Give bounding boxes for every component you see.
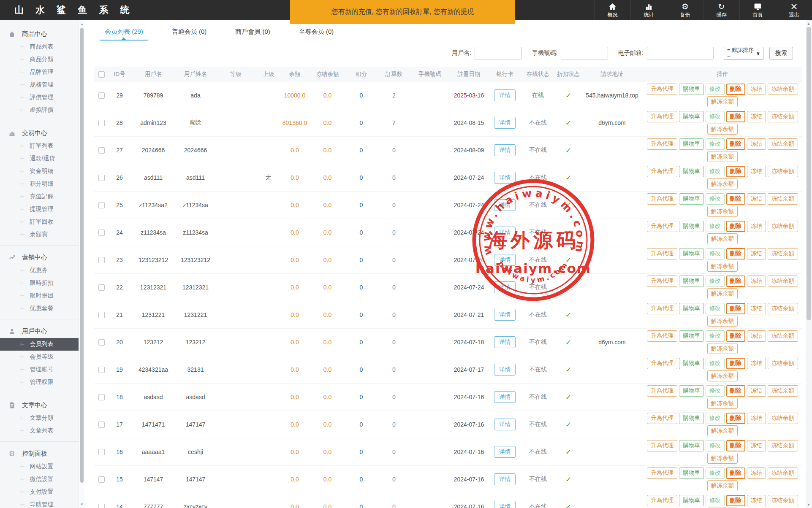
- unfreeze-balance-button[interactable]: 解冻余額: [707, 316, 738, 327]
- cart-button[interactable]: 購物車: [679, 221, 704, 232]
- freeze-button[interactable]: 冻结: [747, 138, 766, 150]
- cart-button[interactable]: 購物車: [679, 193, 704, 205]
- unfreeze-balance-button[interactable]: 解冻余額: [707, 370, 738, 382]
- delete-button[interactable]: 刪除: [726, 440, 745, 451]
- sidebar-item[interactable]: ⊢評價管理: [0, 91, 79, 104]
- delete-button[interactable]: 刪除: [726, 248, 745, 259]
- row-checkbox[interactable]: [98, 175, 105, 181]
- unfreeze-balance-button[interactable]: 解冻余額: [707, 288, 738, 300]
- sidebar-item[interactable]: ⊢优惠券: [0, 264, 79, 277]
- bank-detail-button[interactable]: 详情: [494, 501, 516, 508]
- sidebar-item[interactable]: ⊢会员列表: [0, 338, 79, 351]
- sidebar-item[interactable]: ⊢限时拼团: [0, 289, 79, 302]
- cart-button[interactable]: 購物車: [679, 330, 704, 342]
- bank-detail-button[interactable]: 详情: [494, 172, 516, 184]
- freeze-balance-button[interactable]: 冻结余額: [768, 385, 798, 397]
- bank-detail-button[interactable]: 详情: [494, 199, 516, 211]
- sidebar-item[interactable]: ⊢文章分類: [0, 412, 79, 424]
- sidebar-item[interactable]: ⊢网站設置: [0, 460, 79, 473]
- row-checkbox[interactable]: [98, 422, 105, 428]
- freeze-button[interactable]: 冻结: [747, 440, 766, 451]
- unfreeze-balance-button[interactable]: 解冻余額: [707, 480, 738, 492]
- scroll-up-icon[interactable]: ▲: [806, 21, 812, 27]
- delete-button[interactable]: 刪除: [726, 413, 745, 424]
- edit-button[interactable]: 修改: [706, 248, 725, 259]
- row-checkbox[interactable]: [98, 202, 105, 208]
- topnav-stats[interactable]: 统计: [630, 0, 667, 20]
- bank-detail-button[interactable]: 详情: [494, 473, 516, 486]
- freeze-balance-button[interactable]: 冻结余額: [768, 467, 798, 479]
- sidebar-scroll-thumb[interactable]: [80, 28, 84, 483]
- freeze-balance-button[interactable]: 冻结余額: [768, 276, 798, 287]
- unfreeze-balance-button[interactable]: 解冻余額: [707, 96, 738, 108]
- promote-agent-button[interactable]: 升為代理: [647, 495, 677, 506]
- tab-item[interactable]: 普通会员 (0): [167, 27, 212, 41]
- promote-agent-button[interactable]: 升為代理: [647, 276, 677, 287]
- sidebar-item[interactable]: ⊢积分明细: [0, 178, 79, 190]
- cart-button[interactable]: 購物車: [679, 385, 704, 397]
- tab-item[interactable]: 商戶會員 (0): [230, 27, 275, 41]
- page-scrollbar[interactable]: ▲ ▼: [806, 20, 812, 508]
- bank-detail-button[interactable]: 详情: [494, 254, 516, 266]
- freeze-button[interactable]: 冻结: [747, 276, 766, 287]
- bank-detail-button[interactable]: 详情: [494, 391, 516, 403]
- row-checkbox[interactable]: [98, 284, 105, 291]
- sidebar-item[interactable]: ⊢资金明细: [0, 165, 79, 178]
- edit-button[interactable]: 修改: [706, 193, 725, 205]
- cart-button[interactable]: 購物車: [679, 111, 704, 122]
- freeze-button[interactable]: 冻结: [747, 221, 766, 232]
- unfreeze-balance-button[interactable]: 解冻余額: [707, 453, 738, 464]
- delete-button[interactable]: 刪除: [726, 221, 745, 232]
- cart-button[interactable]: 購物車: [679, 303, 704, 314]
- tab-active[interactable]: 会员列表 (29): [100, 27, 148, 41]
- promote-agent-button[interactable]: 升為代理: [647, 385, 677, 397]
- unfreeze-balance-button[interactable]: 解冻余額: [707, 425, 738, 437]
- freeze-balance-button[interactable]: 冻结余額: [768, 138, 798, 150]
- edit-button[interactable]: 修改: [706, 358, 725, 369]
- sidebar-item[interactable]: ⊢限時折扣: [0, 277, 79, 289]
- freeze-balance-button[interactable]: 冻结余額: [768, 495, 798, 506]
- promote-agent-button[interactable]: 升為代理: [647, 111, 677, 122]
- delete-button[interactable]: 刪除: [726, 330, 745, 342]
- freeze-balance-button[interactable]: 冻结余額: [768, 221, 798, 232]
- row-checkbox[interactable]: [98, 339, 105, 346]
- bank-detail-button[interactable]: 详情: [494, 309, 516, 321]
- delete-button[interactable]: 刪除: [726, 84, 745, 95]
- scroll-up-icon[interactable]: ▲: [79, 21, 85, 27]
- promote-agent-button[interactable]: 升為代理: [647, 440, 677, 451]
- edit-button[interactable]: 修改: [706, 221, 725, 232]
- bank-detail-button[interactable]: 详情: [494, 227, 516, 239]
- cart-button[interactable]: 購物車: [679, 248, 704, 259]
- sidebar-item[interactable]: ⊢商品分類: [0, 53, 79, 66]
- delete-button[interactable]: 刪除: [726, 303, 745, 314]
- edit-button[interactable]: 修改: [706, 303, 725, 314]
- edit-button[interactable]: 修改: [706, 276, 725, 287]
- page-scroll-thumb[interactable]: [807, 27, 811, 320]
- delete-button[interactable]: 刪除: [726, 495, 745, 506]
- row-checkbox[interactable]: [98, 92, 105, 99]
- sidebar-item[interactable]: ⊢管理权限: [0, 376, 79, 389]
- promote-agent-button[interactable]: 升為代理: [647, 413, 677, 424]
- delete-button[interactable]: 刪除: [726, 276, 745, 287]
- promote-agent-button[interactable]: 升為代理: [647, 330, 677, 342]
- sort-select[interactable]: = 默認排序 = ∨: [724, 47, 763, 60]
- edit-button[interactable]: 修改: [706, 84, 725, 95]
- sidebar-item[interactable]: ⊢提現管理: [0, 203, 79, 216]
- bank-detail-button[interactable]: 详情: [494, 364, 516, 376]
- email-input[interactable]: [647, 47, 714, 59]
- unfreeze-balance-button[interactable]: 解冻余額: [707, 233, 738, 245]
- edit-button[interactable]: 修改: [706, 467, 725, 479]
- tab-item[interactable]: 至尊会员 (0): [294, 27, 339, 41]
- freeze-balance-button[interactable]: 冻结余額: [768, 248, 798, 259]
- bank-detail-button[interactable]: 详情: [494, 281, 516, 294]
- sidebar-item[interactable]: ⊢规格管理: [0, 78, 79, 91]
- sidebar-section-header[interactable]: 交易中心: [0, 126, 79, 140]
- sidebar-section-header[interactable]: 文章中心: [0, 398, 79, 412]
- sidebar-section-header[interactable]: 商品中心: [0, 27, 79, 41]
- sidebar-item[interactable]: ⊢余額寶: [0, 228, 79, 241]
- unfreeze-balance-button[interactable]: 解冻余額: [707, 261, 738, 272]
- freeze-button[interactable]: 冻结: [747, 111, 766, 122]
- bank-detail-button[interactable]: 详情: [494, 419, 516, 431]
- bank-detail-button[interactable]: 详情: [494, 446, 516, 458]
- cart-button[interactable]: 購物車: [679, 495, 704, 506]
